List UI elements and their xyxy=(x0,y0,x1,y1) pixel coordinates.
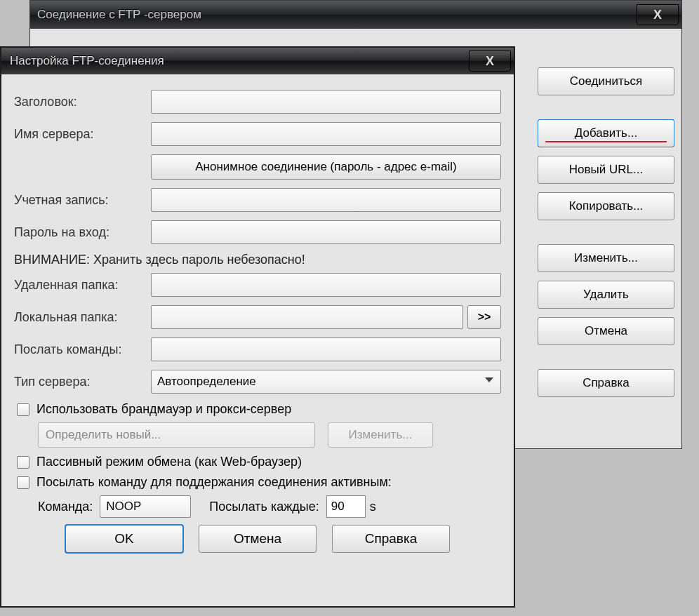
ftp-settings-dialog: Настройка FTP-соединения X Заголовок: Им… xyxy=(0,46,515,608)
browse-local-button[interactable]: >> xyxy=(467,305,501,329)
label-interval: Посылать каждые: xyxy=(209,500,319,514)
add-button[interactable]: Добавить... xyxy=(538,119,674,147)
parent-close-button[interactable]: X xyxy=(637,4,679,25)
label-password: Пароль на вход: xyxy=(14,225,151,240)
account-input[interactable] xyxy=(151,188,501,212)
label-command: Команда: xyxy=(38,500,93,514)
dialog-buttons: OK Отмена Справка xyxy=(14,525,501,553)
firewall-checkbox[interactable] xyxy=(17,403,29,416)
anonymous-button[interactable]: Анонимное соединение (пароль - адрес e-m… xyxy=(151,154,501,180)
child-title: Настройка FTP-соединения xyxy=(10,54,164,68)
interval-unit: s xyxy=(370,500,376,514)
cancel-button[interactable]: Отмена xyxy=(538,317,674,345)
label-keepalive: Посылать команду для поддержания соедине… xyxy=(36,475,392,490)
child-body: Заголовок: Имя сервера: Анонимное соедин… xyxy=(1,74,514,606)
interval-input[interactable] xyxy=(326,495,366,518)
label-account: Учетная запись: xyxy=(14,193,151,208)
server-input[interactable] xyxy=(151,122,501,146)
child-close-button[interactable]: X xyxy=(469,51,511,72)
label-title: Заголовок: xyxy=(14,95,151,109)
copy-button[interactable]: Копировать... xyxy=(538,192,674,220)
edit-button[interactable]: Изменить... xyxy=(538,244,674,272)
label-firewall: Использовать брандмауэр и прокси-сервер xyxy=(36,402,291,417)
firewall-select[interactable]: Определить новый... xyxy=(38,422,315,448)
password-input[interactable] xyxy=(151,220,501,244)
firewall-select-value: Определить новый... xyxy=(46,428,161,442)
passive-checkbox[interactable] xyxy=(17,456,29,469)
remote-folder-input[interactable] xyxy=(151,273,501,297)
local-folder-input[interactable] xyxy=(151,305,463,329)
help-button[interactable]: Справка xyxy=(538,369,674,397)
commands-input[interactable] xyxy=(151,337,501,361)
ok-button[interactable]: OK xyxy=(65,525,183,553)
command-value: NOOP xyxy=(106,500,141,514)
label-local: Локальная папка: xyxy=(14,310,151,325)
title-input[interactable] xyxy=(151,90,501,114)
server-type-value: Автоопределение xyxy=(157,375,256,389)
password-warning: ВНИМАНИЕ: Хранить здесь пароль небезопас… xyxy=(14,253,501,267)
dialog-cancel-button[interactable]: Отмена xyxy=(199,525,317,553)
label-server: Имя сервера: xyxy=(14,127,151,142)
parent-title: Соединение с FTP -сервером xyxy=(37,8,201,22)
connect-button[interactable]: Соединиться xyxy=(538,67,674,95)
server-type-select[interactable]: Автоопределение xyxy=(151,370,501,394)
keepalive-checkbox[interactable] xyxy=(17,476,29,489)
sidebar: Соединиться Добавить... Новый URL... Коп… xyxy=(538,67,674,406)
label-server-type: Тип сервера: xyxy=(14,375,151,389)
dialog-help-button[interactable]: Справка xyxy=(332,525,450,553)
label-passive: Пассивный режим обмена (как Web-браузер) xyxy=(36,455,302,469)
label-remote: Удаленная папка: xyxy=(14,278,151,293)
child-titlebar: Настройка FTP-соединения X xyxy=(1,48,514,74)
command-select[interactable]: NOOP xyxy=(100,495,191,518)
chevron-down-icon xyxy=(485,377,493,386)
firewall-edit-button: Изменить... xyxy=(328,422,433,448)
label-commands: Послать команды: xyxy=(14,342,151,357)
delete-button[interactable]: Удалить xyxy=(538,281,674,309)
new-url-button[interactable]: Новый URL... xyxy=(538,156,674,184)
parent-titlebar: Соединение с FTP -сервером X xyxy=(30,1,681,29)
